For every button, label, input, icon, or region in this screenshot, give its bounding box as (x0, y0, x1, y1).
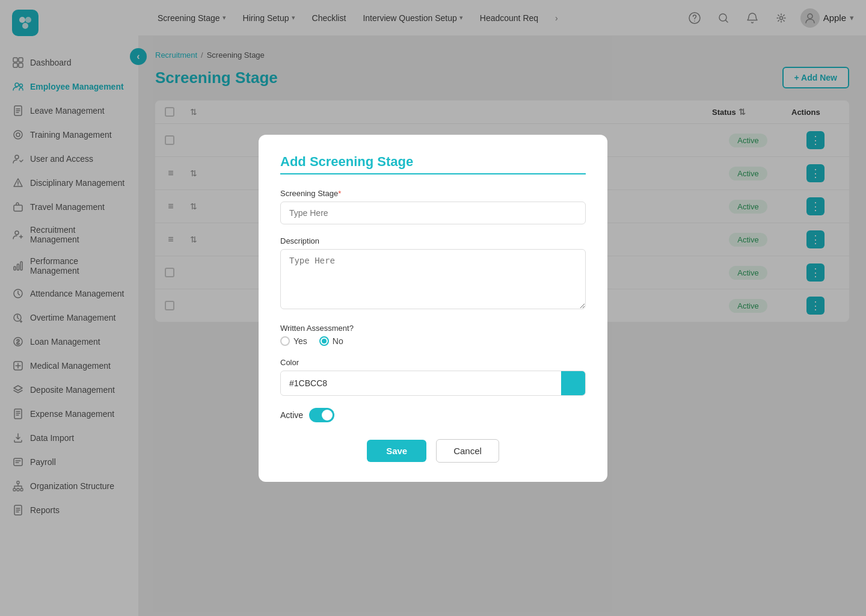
color-label: Color (280, 358, 586, 367)
color-swatch[interactable] (561, 371, 585, 395)
save-button[interactable]: Save (367, 440, 426, 462)
written-assessment-label: Written Assessment? (280, 324, 586, 333)
yes-radio-button[interactable] (280, 336, 290, 346)
written-assessment-radio-group: Yes No (280, 336, 586, 346)
written-assessment-no-option[interactable]: No (319, 336, 343, 346)
active-label: Active (280, 410, 303, 420)
yes-label: Yes (293, 336, 307, 346)
modal-title: Add Screening Stage (280, 154, 586, 170)
screening-stage-input[interactable] (280, 202, 586, 224)
color-text-input[interactable] (281, 372, 561, 394)
add-screening-stage-modal: Add Screening Stage Screening Stage* Des… (259, 135, 607, 482)
color-input-row (280, 371, 586, 396)
screening-stage-field-group: Screening Stage* (280, 189, 586, 224)
description-field-group: Description (280, 236, 586, 312)
required-indicator: * (338, 189, 341, 198)
description-label: Description (280, 236, 586, 245)
no-radio-button[interactable] (319, 336, 329, 346)
color-field-group: Color (280, 358, 586, 396)
modal-divider (280, 173, 586, 174)
modal-overlay: Add Screening Stage Screening Stage* Des… (0, 0, 866, 616)
screening-stage-label: Screening Stage* (280, 189, 586, 198)
written-assessment-yes-option[interactable]: Yes (280, 336, 307, 346)
modal-footer: Save Cancel (280, 439, 586, 463)
written-assessment-field-group: Written Assessment? Yes No (280, 324, 586, 346)
description-textarea[interactable] (280, 249, 586, 309)
active-toggle-group: Active (280, 408, 586, 422)
cancel-button[interactable]: Cancel (436, 439, 499, 463)
no-label: No (333, 336, 343, 346)
active-toggle[interactable] (309, 408, 334, 422)
